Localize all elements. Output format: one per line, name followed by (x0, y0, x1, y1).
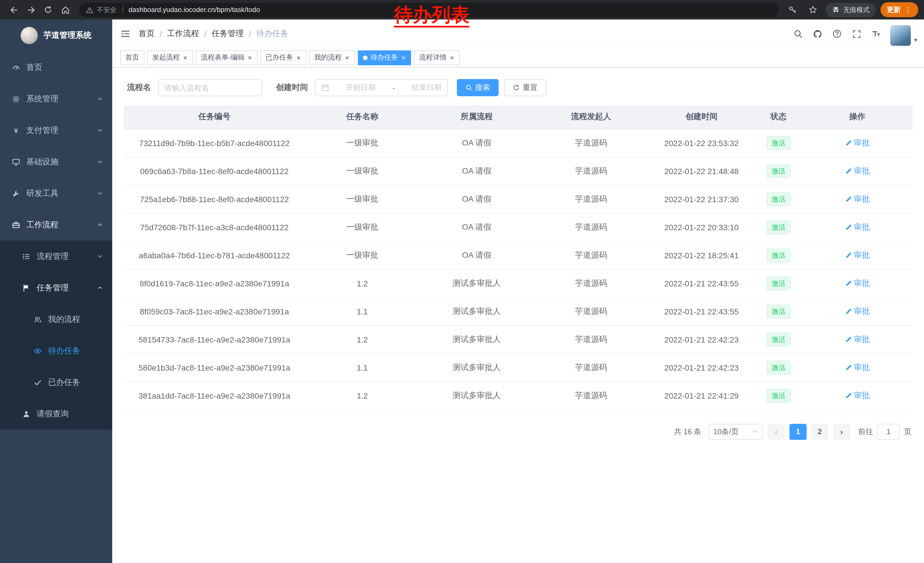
reset-button[interactable]: 重置 (504, 79, 546, 96)
tab-todo-task[interactable]: 待办任务× (358, 50, 411, 65)
breadcrumb-home[interactable]: 首页 (138, 29, 154, 39)
sidebar-toggle-icon[interactable] (112, 20, 138, 48)
sidebar-item-done-task[interactable]: 已办任务 (0, 366, 112, 398)
approve-link[interactable]: 审批 (845, 306, 870, 317)
user-icon (22, 410, 31, 418)
avatar[interactable] (890, 25, 911, 45)
approve-link[interactable]: 审批 (845, 278, 870, 288)
tabs-bar: 首页发起流程×流程表单-编辑×已办任务×我的流程×待办任务×流程详情× (112, 48, 924, 68)
font-size-icon[interactable] (866, 20, 886, 48)
cell-process: 测试多审批人 (420, 269, 534, 297)
cell-starter: 芋道源码 (534, 353, 648, 381)
tab-close-icon[interactable]: × (296, 54, 301, 61)
tab-process-detail[interactable]: 流程详情× (414, 50, 460, 65)
cell-task-name: 1.1 (305, 353, 420, 381)
prev-page-button[interactable]: ‹ (768, 423, 785, 440)
cell-process: 测试多审批人 (420, 325, 534, 353)
key-icon[interactable] (784, 2, 800, 18)
process-name-input[interactable] (164, 83, 256, 92)
back-icon[interactable] (6, 2, 22, 18)
sidebar-item-workflow[interactable]: 工作流程 (0, 209, 112, 240)
help-icon[interactable] (827, 20, 847, 48)
omnibox-divider (122, 6, 123, 13)
date-range-picker[interactable]: 开始日期 - 结束日期 (315, 79, 448, 96)
update-button[interactable]: 更新 ⋮ (880, 2, 918, 17)
table-header-row: 任务编号任务名称所属流程流程发起人创建时间状态操作 (124, 105, 912, 129)
github-icon[interactable] (808, 20, 827, 48)
tab-start-process[interactable]: 发起流程× (147, 50, 193, 65)
fullscreen-icon[interactable] (847, 20, 866, 48)
header-search-icon[interactable] (788, 20, 808, 48)
sidebar-item-payment-management[interactable]: ¥支付管理 (0, 114, 112, 146)
tab-close-icon[interactable]: × (183, 54, 188, 61)
table-row: 069c6a63-7b8a-11ec-8ef0-acde48001122 一级审… (124, 157, 912, 185)
goto-page-input[interactable] (877, 423, 900, 440)
table-row: 725a1eb6-7b88-11ec-8ef0-acde48001122 一级审… (124, 185, 912, 213)
tab-home[interactable]: 首页 (120, 50, 144, 65)
forward-icon[interactable] (23, 2, 39, 18)
table-row: 8f0d1619-7ac8-11ec-a9e2-a2380e71991a 1.2… (124, 269, 912, 297)
table-row: a6aba0a4-7b6d-11ec-b781-acde48001122 一级审… (124, 241, 912, 269)
sidebar-item-leave-query[interactable]: 请假查询 (0, 398, 112, 429)
cell-task-id: 75d72608-7b7f-11ec-a3c8-acde48001122 (124, 213, 305, 241)
page-size-select[interactable]: 10条/页 (708, 423, 763, 440)
tab-label: 已办任务 (266, 53, 293, 62)
next-page-button[interactable]: › (833, 423, 850, 440)
approve-link[interactable]: 审批 (845, 250, 870, 260)
tab-close-icon[interactable]: × (401, 54, 406, 61)
sidebar-item-system-management[interactable]: 系统管理 (0, 83, 112, 114)
approve-link[interactable]: 审批 (845, 194, 870, 204)
approve-link[interactable]: 审批 (845, 138, 870, 148)
breadcrumb-separator: / (249, 29, 251, 38)
refresh-icon[interactable] (40, 2, 56, 18)
cell-process: OA 请假 (420, 157, 534, 185)
pagination-total: 共 16 条 (674, 426, 701, 437)
browser-menu-icon[interactable]: ⋮ (904, 6, 912, 14)
home-icon[interactable] (57, 2, 73, 18)
approve-link[interactable]: 审批 (845, 362, 870, 372)
page-button-1[interactable]: 1 (789, 423, 807, 440)
tab-close-icon[interactable]: × (248, 54, 252, 61)
approve-link[interactable]: 审批 (845, 222, 870, 232)
column-header: 创建时间 (648, 105, 755, 129)
chevron-down-icon (752, 428, 758, 435)
pagination: 共 16 条 10条/页 ‹12› 前往 页 (124, 423, 912, 440)
cell-starter: 芋道源码 (534, 381, 648, 410)
sidebar-item-dev-tools[interactable]: 研发工具 (0, 177, 112, 209)
tab-done-task[interactable]: 已办任务× (261, 50, 306, 65)
tab-label: 流程详情 (419, 53, 447, 62)
cell-task-id: 8f059c03-7ac8-11ec-a9e2-a2380e71991a (124, 297, 305, 325)
search-button[interactable]: 搜索 (457, 79, 499, 96)
table-row: 8f059c03-7ac8-11ec-a9e2-a2380e71991a 1.1… (124, 297, 912, 325)
sidebar-item-task-management[interactable]: 任务管理 (0, 272, 112, 303)
cell-created-time: 2022-01-21 22:41:29 (648, 381, 755, 410)
tab-form-edit[interactable]: 流程表单-编辑× (196, 50, 258, 65)
cell-process: 测试多审批人 (420, 297, 534, 325)
logo-image (21, 27, 38, 44)
incognito-badge[interactable]: 无痕模式 (825, 3, 876, 17)
approve-link[interactable]: 审批 (845, 166, 870, 176)
tab-close-icon[interactable]: × (449, 54, 454, 61)
approve-link[interactable]: 审批 (845, 390, 870, 401)
sidebar-item-home[interactable]: 首页 (0, 51, 112, 83)
breadcrumb-workflow[interactable]: 工作流程 (167, 29, 199, 39)
cell-task-id: 580e1b3d-7ac8-11ec-a9e2-a2380e71991a (124, 353, 305, 381)
sidebar-item-label: 研发工具 (26, 188, 97, 198)
chevron-down-icon (97, 127, 103, 134)
status-badge: 激活 (766, 276, 790, 290)
sidebar-item-todo-task[interactable]: 待办任务 (0, 335, 112, 366)
table-row: 381aa1dd-7ac8-11ec-a9e2-a2380e71991a 1.2… (124, 381, 912, 410)
tab-close-icon[interactable]: × (345, 54, 350, 61)
sidebar-item-label: 工作流程 (26, 220, 97, 230)
tab-my-process[interactable]: 我的流程× (309, 50, 355, 65)
breadcrumb-task-management[interactable]: 任务管理 (212, 29, 244, 39)
sidebar-item-process-management[interactable]: 流程管理 (0, 240, 112, 272)
sidebar-item-my-process[interactable]: 我的流程 (0, 303, 112, 335)
page-button-2[interactable]: 2 (811, 423, 828, 440)
sidebar-item-infrastructure[interactable]: 基础设施 (0, 146, 112, 177)
user-menu[interactable]: ▼ (890, 22, 918, 45)
app-title: 芋道管理系统 (44, 30, 92, 41)
approve-link[interactable]: 审批 (845, 334, 870, 344)
app-logo[interactable]: 芋道管理系统 (0, 20, 112, 51)
bookmark-star-icon[interactable] (805, 2, 821, 18)
